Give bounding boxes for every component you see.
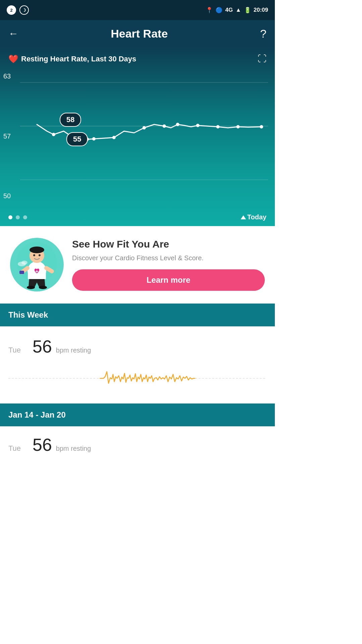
bottom-day-label: Tue — [8, 444, 28, 453]
signal-icon: ▲ — [236, 7, 241, 13]
fitness-title: See How Fit You Are — [72, 238, 265, 250]
page-header: ← Heart Rate ? — [0, 20, 275, 47]
fitness-info: See How Fit You Are Discover your Cardio… — [72, 238, 265, 291]
svg-point-13 — [260, 125, 263, 128]
chart-footer: Today — [0, 210, 275, 226]
status-right-icons: 📍 🔵 4G ▲ 🔋 20:09 — [206, 7, 268, 14]
learn-more-button[interactable]: Learn more — [72, 269, 265, 291]
svg-point-19 — [39, 254, 41, 256]
fitness-avatar — [10, 238, 64, 291]
chart-container: 63 57 50 58 55 — [0, 69, 275, 210]
this-week-title: This Week — [8, 310, 48, 319]
date-range-title: Jan 14 - Jan 20 — [8, 410, 66, 419]
chart-header: ❤️ Resting Heart Rate, Last 30 Days ⛶ — [0, 54, 275, 69]
date-range-header: Jan 14 - Jan 20 — [0, 404, 275, 426]
svg-rect-22 — [19, 271, 24, 274]
y-label-63: 63 — [3, 72, 11, 80]
bottom-bpm-unit: bpm resting — [56, 445, 91, 452]
svg-point-12 — [236, 125, 240, 128]
dot-1[interactable] — [8, 215, 12, 219]
svg-point-11 — [216, 125, 220, 128]
chart-svg — [20, 72, 268, 200]
chart-svg-wrap: 58 55 — [20, 72, 268, 200]
day-bpm-row: Tue 56 bpm resting — [8, 336, 266, 357]
chart-section: ❤️ Resting Heart Rate, Last 30 Days ⛶ 63… — [0, 47, 275, 226]
sleep-icon: ☽ — [19, 5, 29, 15]
notification-icon: 2 — [7, 5, 16, 15]
svg-point-3 — [52, 133, 55, 136]
network-label: 4G — [225, 7, 233, 13]
bpm-number: 56 — [33, 336, 52, 357]
bluetooth-icon: 🔵 — [216, 7, 223, 14]
chart-section-label: Resting Heart Rate, Last 30 Days — [21, 55, 136, 63]
y-label-57: 57 — [3, 132, 11, 140]
tooltip-55: 55 — [66, 132, 88, 146]
status-bar: 2 ☽ 📍 🔵 4G ▲ 🔋 20:09 — [0, 0, 275, 20]
y-label-50: 50 — [3, 192, 11, 200]
svg-point-26 — [21, 261, 27, 265]
page-title: Heart Rate — [111, 27, 168, 40]
this-week-header: This Week — [0, 304, 275, 326]
day-row-tue: Tue 56 bpm resting — [0, 326, 275, 404]
person-svg — [15, 240, 59, 289]
fitness-card: See How Fit You Are Discover your Cardio… — [0, 226, 275, 304]
svg-point-9 — [176, 123, 179, 126]
today-triangle-icon — [241, 215, 246, 219]
bottom-bpm-row: Tue 56 bpm resting — [8, 435, 266, 455]
help-button[interactable]: ? — [260, 27, 266, 40]
location-icon: 📍 — [206, 7, 213, 14]
svg-point-24 — [39, 286, 47, 289]
tooltip-58: 58 — [60, 113, 81, 127]
mini-chart-svg — [8, 365, 266, 392]
dot-2[interactable] — [16, 215, 20, 219]
dot-3[interactable] — [23, 215, 27, 219]
chart-y-labels: 63 57 50 — [3, 72, 11, 200]
svg-point-8 — [163, 124, 166, 128]
today-label: Today — [241, 213, 266, 221]
status-left-icons: 2 ☽ — [7, 5, 29, 15]
chart-label: ❤️ Resting Heart Rate, Last 30 Days — [8, 54, 136, 64]
svg-point-10 — [196, 124, 199, 127]
dot-indicators — [8, 215, 27, 219]
battery-icon: 🔋 — [244, 7, 251, 14]
day-label: Tue — [8, 346, 28, 355]
bottom-bpm-number: 56 — [33, 435, 52, 455]
svg-point-6 — [112, 136, 116, 139]
time-label: 20:09 — [254, 7, 268, 13]
svg-point-17 — [29, 247, 44, 253]
svg-point-18 — [33, 254, 35, 256]
svg-point-23 — [27, 286, 35, 289]
svg-point-7 — [142, 126, 146, 129]
bpm-unit: bpm resting — [56, 346, 91, 354]
heart-icon: ❤️ — [8, 54, 18, 64]
expand-icon[interactable]: ⛶ — [258, 54, 266, 64]
bottom-partial-row: Tue 56 bpm resting — [0, 426, 275, 458]
back-button[interactable]: ← — [8, 28, 18, 39]
fitness-description: Discover your Cardio Fitness Level & Sco… — [72, 253, 265, 263]
svg-point-5 — [92, 137, 96, 141]
